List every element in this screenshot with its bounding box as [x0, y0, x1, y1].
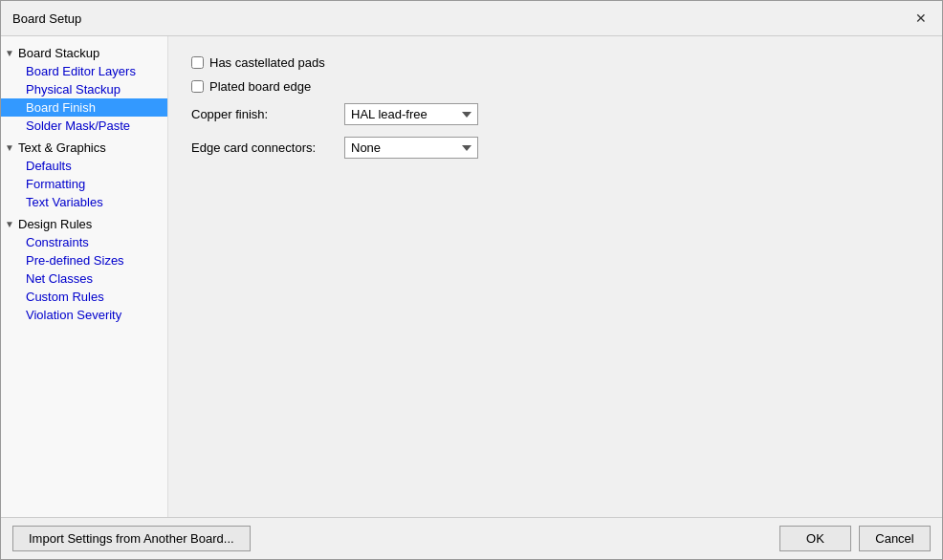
sidebar-item-net-classes[interactable]: Net Classes: [1, 269, 167, 288]
edge-card-connectors-label: Edge card connectors:: [191, 140, 344, 155]
edge-card-connectors-row: Edge card connectors: None Yes Beveled: [191, 137, 919, 159]
sidebar-item-defaults[interactable]: Defaults: [1, 157, 167, 175]
close-button[interactable]: ✕: [911, 9, 931, 28]
sidebar-root-text-graphics[interactable]: ▼ Text & Graphics: [1, 139, 167, 157]
copper-finish-label: Copper finish:: [191, 107, 344, 121]
sidebar-section-design-rules[interactable]: ▼ Design Rules Constraints Pre-defined S…: [1, 213, 167, 326]
sidebar-item-board-editor-layers[interactable]: Board Editor Layers: [1, 62, 167, 80]
castellated-pads-checkbox[interactable]: [191, 56, 204, 69]
sidebar-root-label-board-stackup: Board Stackup: [18, 46, 99, 60]
footer-right: OK Cancel: [779, 526, 931, 551]
sidebar-root-design-rules[interactable]: ▼ Design Rules: [1, 215, 167, 233]
sidebar-item-board-finish[interactable]: Board Finish: [1, 98, 167, 117]
import-settings-button[interactable]: Import Settings from Another Board...: [12, 526, 251, 551]
plated-board-edge-row: Plated board edge: [191, 79, 919, 94]
main-content: Has castellated pads Plated board edge C…: [168, 36, 942, 517]
footer: Import Settings from Another Board... OK…: [1, 517, 942, 559]
expand-icon-design-rules: ▼: [5, 219, 16, 229]
copper-finish-row: Copper finish: HAL lead-free ENIG OSP Im…: [191, 103, 919, 125]
sidebar-item-custom-rules[interactable]: Custom Rules: [1, 288, 167, 306]
expand-icon-board-stackup: ▼: [5, 48, 16, 58]
sidebar-item-physical-stackup[interactable]: Physical Stackup: [1, 80, 167, 98]
edge-card-connectors-select[interactable]: None Yes Beveled: [344, 137, 478, 159]
ok-button[interactable]: OK: [779, 526, 851, 551]
sidebar-item-violation-severity[interactable]: Violation Severity: [1, 306, 167, 324]
sidebar-item-text-variables[interactable]: Text Variables: [1, 193, 167, 211]
footer-left: Import Settings from Another Board...: [12, 526, 251, 551]
plated-board-edge-label[interactable]: Plated board edge: [209, 79, 311, 94]
sidebar-section-text-graphics[interactable]: ▼ Text & Graphics Defaults Formatting Te…: [1, 137, 167, 213]
sidebar-item-solder-mask-paste[interactable]: Solder Mask/Paste: [1, 117, 167, 135]
sidebar: ▼ Board Stackup Board Editor Layers Phys…: [1, 36, 168, 517]
dialog-body: ▼ Board Stackup Board Editor Layers Phys…: [1, 36, 942, 517]
sidebar-root-board-stackup[interactable]: ▼ Board Stackup: [1, 44, 167, 62]
sidebar-root-label-text-graphics: Text & Graphics: [18, 140, 106, 155]
sidebar-root-label-design-rules: Design Rules: [18, 217, 92, 231]
castellated-pads-label[interactable]: Has castellated pads: [209, 55, 325, 70]
title-bar: Board Setup ✕: [1, 1, 942, 36]
sidebar-item-formatting[interactable]: Formatting: [1, 175, 167, 193]
sidebar-item-pre-defined-sizes[interactable]: Pre-defined Sizes: [1, 251, 167, 269]
expand-icon-text-graphics: ▼: [5, 142, 16, 153]
dialog-title: Board Setup: [12, 11, 81, 26]
board-setup-dialog: Board Setup ✕ ▼ Board Stackup Board Edit…: [0, 0, 943, 560]
castellated-pads-row: Has castellated pads: [191, 55, 919, 70]
sidebar-section-board-stackup[interactable]: ▼ Board Stackup Board Editor Layers Phys…: [1, 42, 167, 137]
copper-finish-select[interactable]: HAL lead-free ENIG OSP Immersion Silver …: [344, 103, 478, 125]
plated-board-edge-checkbox[interactable]: [191, 80, 204, 93]
sidebar-item-constraints[interactable]: Constraints: [1, 233, 167, 251]
cancel-button[interactable]: Cancel: [859, 526, 931, 551]
